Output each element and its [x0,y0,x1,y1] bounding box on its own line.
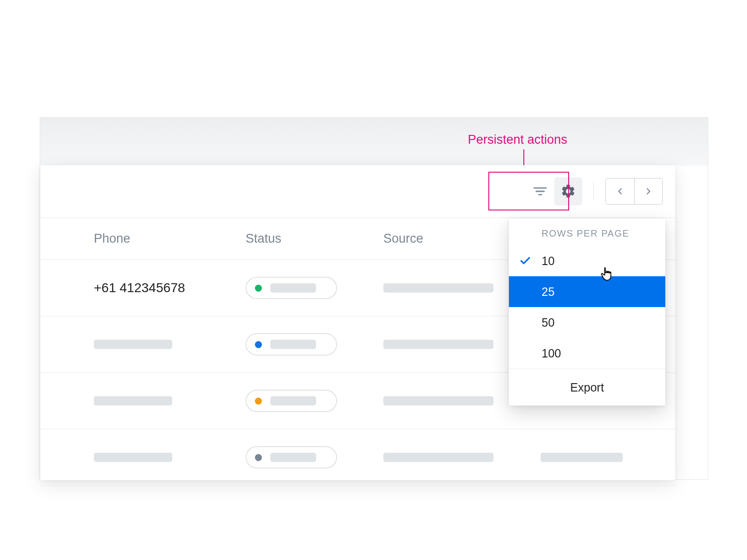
menu-item-export[interactable]: Export [509,369,665,406]
menu-item-label: 100 [542,347,561,360]
menu-item-10[interactable]: 10 [509,245,665,276]
settings-button[interactable] [554,177,582,205]
cell-phone-skeleton [94,340,172,349]
cell-phone-skeleton [94,396,172,406]
cell-phone: +61 412345678 [94,280,185,295]
status-pill [246,446,337,469]
filter-icon [532,183,548,199]
page-prev-button[interactable] [606,179,634,204]
menu-item-label: 10 [542,254,555,268]
check-icon [519,255,531,267]
menu-item-label: Export [570,381,604,394]
frame-gradient [40,118,708,166]
gear-icon [560,183,576,199]
status-pill [246,333,337,356]
menu-item-100[interactable]: 100 [509,338,665,369]
page-next-button[interactable] [634,179,662,204]
cell-source-skeleton [383,340,493,349]
cell-source-skeleton [383,283,493,293]
card-toolbar [40,165,675,218]
menu-item-50[interactable]: 50 [509,307,665,338]
menu-item-25[interactable]: 25 [509,276,665,307]
status-label-skeleton [270,340,316,349]
pagination-group [605,178,663,205]
annotation-label: Persistent actions [468,133,567,147]
table-row[interactable] [40,429,675,486]
toolbar-separator [593,182,594,201]
column-header-phone[interactable]: Phone [94,231,130,246]
chevron-right-icon [643,186,654,196]
persistent-actions-group [526,177,582,205]
status-dot-icon [255,285,262,292]
menu-item-label: 25 [542,285,555,299]
cell-phone-skeleton [94,453,172,462]
filter-button[interactable] [526,177,554,205]
status-pill [246,277,337,299]
settings-menu: ROWS PER PAGE 10 25 50 100 Export [509,219,665,406]
status-dot-icon [255,398,262,405]
status-pill [246,390,337,412]
status-label-skeleton [270,453,316,462]
status-label-skeleton [270,396,316,406]
status-dot-icon [255,454,262,461]
status-dot-icon [255,341,262,348]
column-header-status[interactable]: Status [246,231,282,246]
status-label-skeleton [270,283,316,293]
cell-source-skeleton [383,396,493,406]
cell-source-skeleton [383,453,493,462]
chevron-left-icon [615,186,625,196]
menu-heading: ROWS PER PAGE [509,219,665,245]
cell-skeleton [541,453,623,462]
menu-item-label: 50 [542,316,555,329]
data-card: Phone Status Source +61 412345678 [40,165,675,480]
column-header-source[interactable]: Source [383,231,423,246]
